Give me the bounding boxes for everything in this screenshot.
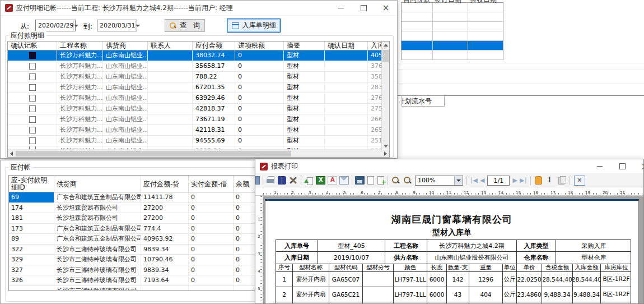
confirm-checkbox[interactable] — [29, 52, 36, 59]
preview-area[interactable]: 12345 湖南巨晟门窗幕墙有限公司 型材入库单 入库单号 型材_405 工程名… — [255, 196, 643, 303]
scrollbar-thumb[interactable] — [382, 50, 389, 62]
close-button[interactable] — [375, 1, 397, 15]
confirm-checkbox[interactable] — [29, 146, 36, 149]
table-row[interactable]: 长沙万科魅力... 山东南山铝业... 35658.17 0 型材 376 — [8, 61, 381, 72]
chevron-down-icon[interactable] — [454, 176, 463, 185]
column-header[interactable]: 实付金额-借 — [189, 176, 234, 192]
hand-tool-icon[interactable] — [535, 176, 542, 185]
scroll-right-icon[interactable] — [384, 151, 387, 156]
column-header[interactable]: 工程名称 — [57, 42, 103, 50]
table-row[interactable] — [402, 31, 503, 41]
zoom-out-icon[interactable] — [403, 176, 412, 185]
to-date-picker[interactable]: 2020/03/31 — [97, 20, 137, 31]
confirm-checkbox[interactable] — [29, 95, 36, 102]
column-header[interactable]: 余额 — [234, 176, 257, 192]
minimize-button[interactable] — [330, 1, 352, 15]
column-header[interactable]: 供货商 — [103, 42, 148, 50]
confirm-checkbox[interactable] — [29, 116, 36, 123]
column-header[interactable]: 进项税额 — [235, 42, 284, 50]
table-cell: 0 — [235, 136, 284, 146]
column-header: 单位 — [503, 264, 517, 271]
preview-icon[interactable] — [255, 176, 260, 185]
print-setup-icon[interactable] — [355, 176, 365, 185]
scroll-left-icon[interactable] — [10, 151, 13, 156]
column-header[interactable]: 确认日期 — [325, 42, 368, 50]
last-page-button[interactable]: ▶∣ — [520, 177, 528, 184]
horizontal-scrollbar[interactable] — [8, 150, 389, 157]
table-row[interactable]: 长沙万科魅力... 山东南山铝业... 38032.74 0 型材 405 — [8, 50, 381, 61]
vertical-scrollbar[interactable] — [381, 42, 389, 150]
table-row[interactable]: 长沙万科魅力... 山东南山铝业... 73671.19 0 型材 266 — [8, 114, 381, 125]
table-row[interactable]: 长沙市三湘特种玻璃有限公司 — [9, 286, 256, 291]
close-button[interactable] — [633, 159, 644, 173]
export-icon[interactable] — [304, 176, 314, 185]
chevron-down-icon[interactable] — [135, 20, 140, 31]
copy-icon[interactable] — [557, 176, 567, 185]
table-row[interactable]: 173 广东合和建筑五金制品有限公司 774.4 0 0 — [9, 224, 256, 234]
column-header[interactable]: 入库 — [368, 42, 381, 50]
table-row[interactable]: 174 长沙坦森贸易有限公司 27200 0 0 — [9, 203, 256, 214]
from-date-picker[interactable]: 2020/02/29 — [35, 20, 76, 31]
table-row[interactable] — [402, 22, 503, 31]
table-row[interactable]: 长沙万科魅力... 山东南山铝业... 63929.46 0 型材 276 — [8, 93, 381, 104]
close-preview-button[interactable]: × — [574, 176, 585, 186]
table-row[interactable]: 322 长沙市三湘特种玻璃有限公司 9839.34 0 0 — [9, 245, 256, 255]
scrollbar-thumb[interactable] — [16, 151, 291, 156]
excel-export-icon[interactable] — [316, 176, 325, 185]
table-row[interactable]: 89 广东合和建筑五金制品有限公司 40963.92 0 0 — [9, 234, 256, 245]
text-select-icon[interactable] — [545, 176, 555, 185]
plan-serial-field[interactable]: 计划流水号 — [402, 95, 445, 107]
page-indicator[interactable]: 1/1 — [487, 176, 510, 186]
column-header[interactable]: 确认记帐 — [8, 42, 57, 50]
table-cell — [148, 125, 193, 135]
table-row[interactable]: 长沙万科魅力... 山东南山铝业... 94555.69 0 型材 251 — [8, 136, 381, 146]
print-icon[interactable] — [266, 176, 276, 185]
table-row[interactable]: 长沙万科魅力... 山东南山铝业... 42818.37 0 型材 275 — [8, 104, 381, 114]
title-bar[interactable]: 应付明细记帐------当前工程: 长沙万科魅力之城4.2期------当前用户… — [1, 1, 397, 16]
table-row[interactable]: 327 长沙市三湘特种玻璃有限公司 9839.34 0 0 — [9, 265, 256, 276]
confirm-checkbox[interactable] — [29, 84, 36, 91]
tools-icon[interactable] — [288, 176, 298, 185]
single-page-icon[interactable] — [367, 176, 374, 185]
inbound-detail-button[interactable]: 入库单明细 — [227, 19, 281, 33]
first-page-button[interactable]: ∣◀ — [470, 177, 478, 184]
confirm-checkbox[interactable] — [29, 73, 36, 80]
table-row[interactable]: 181 长沙坦森贸易有限公司 27200 0 0 — [9, 213, 256, 224]
table-row[interactable] — [402, 12, 503, 22]
pdf-export-icon[interactable] — [328, 176, 337, 185]
column-header[interactable]: 应付金额 — [193, 42, 235, 50]
book-icon[interactable] — [278, 176, 286, 185]
confirm-checkbox[interactable] — [29, 127, 36, 133]
mail-icon[interactable] — [339, 176, 349, 185]
column-header[interactable]: 供货商 — [54, 176, 141, 192]
prev-page-button[interactable]: ◀ — [480, 177, 484, 184]
table-row[interactable]: 长沙万科魅力... 山东南山铝业... 67201.35 0 型材 283 — [8, 82, 381, 93]
table-row[interactable] — [402, 41, 503, 50]
table-row[interactable] — [402, 50, 503, 60]
next-page-button[interactable]: ▶ — [512, 177, 517, 184]
zoom-in-icon[interactable] — [391, 176, 400, 185]
column-header[interactable]: 应-实付款明细ID — [9, 176, 54, 192]
column-header[interactable]: 联系人 — [148, 42, 193, 50]
table-row[interactable]: 长沙万科魅力... 山东南山铝业... 788.22 0 型材 358 — [8, 72, 381, 82]
scroll-down-icon[interactable] — [384, 145, 388, 148]
table-row[interactable]: 326 长沙市三湘特种玻璃有限公司 7193.64 0 0 — [9, 275, 256, 286]
minimize-button[interactable] — [589, 159, 611, 173]
multi-page-icon[interactable] — [377, 176, 384, 185]
column-header[interactable]: 摘要 — [284, 42, 325, 50]
confirm-checkbox[interactable] — [29, 63, 36, 70]
chevron-down-icon[interactable] — [73, 20, 78, 31]
maximize-button[interactable] — [611, 159, 633, 173]
report-page: 湖南巨晟门窗幕墙有限公司 型材入库单 入库单号 型材_405 工程名称 长沙万科… — [265, 199, 639, 304]
query-button[interactable]: 查 询 — [165, 19, 205, 32]
title-bar[interactable]: 报表打印 — [255, 159, 643, 174]
scroll-up-icon[interactable] — [384, 44, 388, 47]
maximize-button[interactable] — [352, 1, 375, 15]
confirm-checkbox[interactable] — [29, 137, 36, 144]
table-row[interactable]: 长沙万科魅力... 山东南山铝业... 42118.31 0 型材 265 — [8, 125, 381, 136]
table-row[interactable]: 329 长沙市三湘特种玻璃有限公司 10790.46 0 0 — [9, 255, 256, 265]
column-header[interactable]: 应付金额-贷 — [141, 176, 189, 192]
confirm-checkbox[interactable] — [29, 105, 36, 112]
zoom-select[interactable]: 100% — [415, 176, 463, 186]
table-row[interactable]: 69 广东合和建筑五金制品有限公司 11411.78 0 0 — [9, 192, 256, 203]
